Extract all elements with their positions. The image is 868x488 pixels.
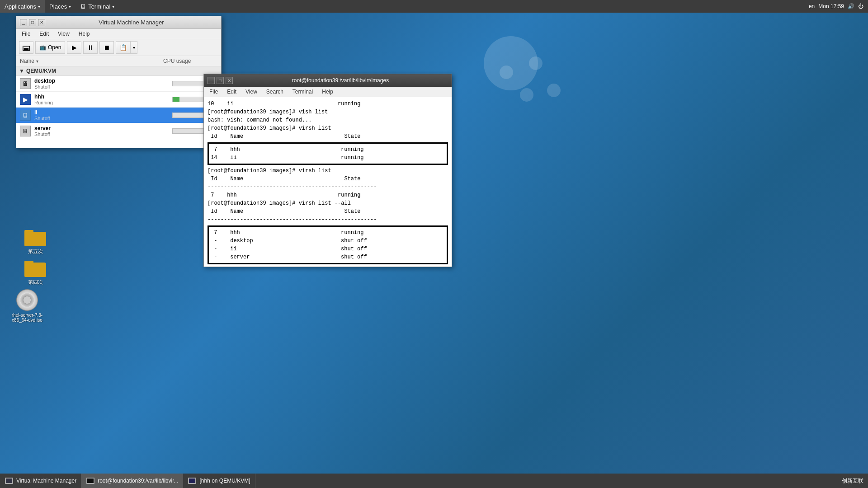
vmm-group-label: QEMU/KVM — [26, 68, 56, 74]
vmm-content: ▼ QEMU/KVM 🖥 desktop Shutoff ▶ hhh Runni… — [16, 66, 221, 148]
terminal-window: _ □ ✕ root@foundation39:/var/lib/libvirt… — [203, 74, 452, 267]
terminal-content[interactable]: 10 ii running [root@foundation39 images]… — [204, 97, 452, 267]
terminal-title: root@foundation39:/var/lib/libvirt/image… — [233, 77, 448, 84]
icon-dvd-label: rhel-server-7.3-x86_64-dvd.iso — [9, 313, 45, 323]
toolbar-snapshot-btn[interactable]: 📋 — [116, 41, 130, 54]
vmm-row-hhh[interactable]: ▶ hhh Running — [16, 92, 221, 108]
vmm-group-arrow: ▼ — [19, 68, 24, 74]
terminal-close[interactable]: ✕ — [226, 77, 233, 84]
taskbar-terminal[interactable]: root@foundation39:/var/lib/libvir... — [81, 474, 183, 488]
vmm-task-screen — [5, 478, 13, 484]
vm-icon-server: 🖥 — [20, 126, 31, 136]
term-line-2: [root@foundation39 images]# vish list — [208, 108, 448, 116]
vm-info-hhh: hhh Running — [34, 94, 172, 105]
vm-cpu-hhh-bar — [173, 97, 179, 102]
vmm-menu-help[interactable]: Help — [75, 30, 94, 38]
vmm-menu-edit[interactable]: Edit — [36, 30, 52, 38]
toolbar-storage-btn[interactable]: 🖴 — [19, 41, 33, 54]
term-menu-terminal[interactable]: Terminal — [289, 88, 316, 96]
deco-circle-2 — [529, 56, 542, 70]
term-box1-line1: 7 hhh running — [211, 145, 445, 154]
hhh-task-screen — [188, 478, 196, 484]
vmm-row-ii[interactable]: 🖥 ii Shutoff — [16, 108, 221, 123]
terminal-label: Terminal — [88, 3, 110, 10]
terminal-titlebar: _ □ ✕ root@foundation39:/var/lib/libvirt… — [204, 74, 452, 87]
terminal-arrow: ▾ — [112, 4, 114, 9]
col-name-header: Name ▾ — [20, 58, 163, 64]
vmm-title: Virtual Machine Manager — [45, 19, 217, 26]
vmm-menu-view[interactable]: View — [54, 30, 73, 38]
terminal-minimize[interactable]: _ — [208, 77, 215, 84]
toolbar-dropdown-btn[interactable]: ▾ — [130, 41, 137, 54]
taskbar-vmm-icon — [5, 476, 14, 485]
toolbar-open-btn[interactable]: 📺 Open — [35, 41, 65, 54]
terminal-menubar: File Edit View Search Terminal Help — [204, 87, 452, 97]
desktop: Applications ▾ Places ▾ 🖥 Terminal ▾ en … — [0, 0, 868, 488]
open-label: Open — [48, 44, 61, 51]
taskbar-logo[interactable]: 创新互联 — [842, 477, 863, 485]
vmm-group-qemu[interactable]: ▼ QEMU/KVM — [16, 66, 221, 76]
vmm-table-header: Name ▾ CPU usage — [16, 56, 221, 66]
taskbar-hhh-icon — [188, 476, 197, 485]
deco-circle-5 — [520, 88, 533, 102]
vmm-row-desktop[interactable]: 🖥 desktop Shutoff — [16, 76, 221, 92]
term-menu-help[interactable]: Help — [318, 88, 337, 96]
col-name-label: Name — [20, 58, 34, 64]
taskbar-terminal-label: root@foundation39:/var/lib/libvir... — [98, 478, 178, 484]
vmm-menubar: File Edit View Help — [16, 29, 221, 39]
desktop-icon-fifth[interactable]: 第五次 — [17, 228, 53, 255]
term-line-4: [root@foundation39 images]# virsh list — [208, 124, 448, 132]
taskbar: Virtual Machine Manager root@foundation3… — [0, 474, 868, 488]
term-box1-line2: 14 ii running — [211, 154, 445, 162]
term-line-1: 10 ii running — [208, 100, 448, 108]
applications-label: Applications — [5, 3, 36, 10]
vm-icon-hhh: ▶ — [20, 94, 31, 105]
term-box2-line1: 7 hhh running — [211, 229, 445, 237]
vm-name-server: server — [34, 125, 172, 131]
vm-icon-desktop: 🖥 — [20, 78, 31, 89]
top-panel: Applications ▾ Places ▾ 🖥 Terminal ▾ en … — [0, 0, 868, 13]
vm-status-server: Shutoff — [34, 131, 172, 137]
vm-info-desktop: desktop Shutoff — [34, 78, 172, 89]
toolbar-pause-btn[interactable]: ⏸ — [83, 41, 98, 54]
vmm-maximize[interactable]: □ — [29, 19, 36, 26]
places-label: Places — [49, 3, 67, 10]
terminal-menu[interactable]: 🖥 Terminal ▾ — [75, 0, 119, 13]
taskbar-vmm[interactable]: Virtual Machine Manager — [0, 474, 81, 488]
term-line-5: Id Name State — [208, 132, 448, 141]
vmm-row-server[interactable]: 🖥 server Shutoff — [16, 123, 221, 139]
term-menu-edit[interactable]: Edit — [223, 88, 240, 96]
term-menu-view[interactable]: View — [242, 88, 261, 96]
taskbar-hhh[interactable]: [hhh on QEMU/KVM] — [183, 474, 255, 488]
vmm-close[interactable]: ✕ — [38, 19, 45, 26]
places-menu[interactable]: Places ▾ — [45, 0, 75, 13]
deco-circle-1 — [484, 36, 538, 90]
time-display: Mon 17:59 — [818, 3, 844, 9]
term-menu-search[interactable]: Search — [263, 88, 287, 96]
applications-menu[interactable]: Applications ▾ — [0, 0, 45, 13]
folder-icon-fourth — [24, 259, 46, 277]
term-line-11: [root@foundation39 images]# virsh list -… — [208, 199, 448, 207]
vm-info-server: server Shutoff — [34, 125, 172, 137]
open-icon: 📺 — [39, 44, 46, 51]
term-box2-line4: - server shut off — [211, 253, 445, 261]
terminal-maximize[interactable]: □ — [217, 77, 224, 84]
taskbar-right: 创新互联 — [842, 477, 868, 485]
power-icon: ⏻ — [858, 3, 863, 9]
vmm-menu-file[interactable]: File — [18, 30, 34, 38]
col-name-sort: ▾ — [36, 59, 38, 64]
vmm-minimize[interactable]: _ — [20, 19, 27, 26]
vmm-controls-left: _ □ ✕ — [20, 19, 45, 26]
vm-name-ii: ii — [34, 109, 172, 116]
locale-indicator: en — [809, 3, 815, 9]
toolbar-extra: 📋 ▾ — [116, 41, 137, 54]
toolbar-play-btn[interactable]: ▶ — [67, 41, 81, 54]
folder-icon-fifth — [24, 228, 46, 246]
term-menu-file[interactable]: File — [206, 88, 222, 96]
toolbar-stop-btn[interactable]: ⏹ — [99, 41, 114, 54]
vm-status-hhh: Running — [34, 100, 172, 105]
desktop-icon-dvd[interactable]: rhel-server-7.3-x86_64-dvd.iso — [9, 289, 45, 323]
terminal-controls: _ □ ✕ — [208, 77, 233, 84]
desktop-icon-fourth[interactable]: 第四次 — [17, 259, 53, 286]
vm-icon-ii: 🖥 — [20, 110, 31, 121]
